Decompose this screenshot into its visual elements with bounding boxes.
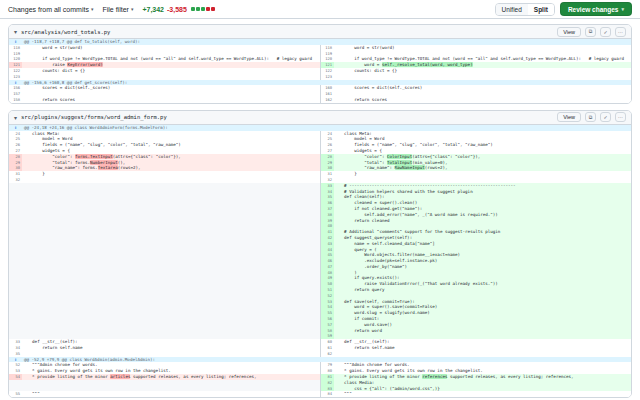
- changed-token: RawNameInput: [395, 165, 425, 170]
- unified-view-button[interactable]: Unified: [496, 4, 528, 15]
- pr-files-toolbar: Changes from all commits ▾ File filter ▾…: [0, 0, 640, 19]
- chevron-down-icon[interactable]: ▾: [14, 114, 17, 121]
- chevron-down-icon: ▾: [621, 6, 624, 12]
- code-line: return scores: [22, 97, 320, 103]
- chevron-down-icon: ▾: [91, 6, 94, 12]
- changed-token: ColorInput: [387, 154, 412, 159]
- chevron-down-icon: ▾: [131, 6, 134, 12]
- viewed-checkbox[interactable]: ✓: [600, 27, 611, 37]
- commits-dropdown-label: Changes from all commits: [8, 6, 89, 13]
- file-diff: ▾ src/plugins/suggest/forms/word_admin_f…: [8, 110, 632, 398]
- file-path[interactable]: src/analysis/word_totals.py: [21, 29, 110, 35]
- changed-token: forms.TextInput: [75, 154, 113, 159]
- changed-token: TotalInput: [387, 160, 412, 165]
- line-number[interactable]: 158: [9, 97, 22, 103]
- deletions-count: -3,585: [167, 6, 187, 13]
- files-changed-list: ▾ src/analysis/word_totals.py View ⧉ ✓ ⋯…: [0, 19, 640, 398]
- code-line: """: [334, 391, 631, 397]
- diff-cell: 162 return scores: [320, 97, 631, 103]
- changed-token: NumberInput: [90, 160, 118, 165]
- code-line: """: [22, 391, 320, 397]
- chevron-down-icon[interactable]: ▾: [14, 28, 17, 35]
- viewed-checkbox[interactable]: ✓: [600, 112, 611, 122]
- review-changes-button[interactable]: Review changes ▾: [560, 2, 632, 16]
- line-number[interactable]: 162: [321, 97, 334, 103]
- diffstat-block: [206, 7, 210, 11]
- view-file-button[interactable]: View: [557, 27, 581, 37]
- line-number[interactable]: 84: [321, 391, 334, 397]
- code-line: return scores: [334, 97, 631, 103]
- file-header: ▾ src/analysis/word_totals.py View ⧉ ✓ ⋯: [9, 25, 631, 39]
- review-changes-label: Review changes: [568, 6, 619, 13]
- file-path[interactable]: src/plugins/suggest/forms/word_admin_for…: [21, 114, 167, 120]
- kebab-menu-icon[interactable]: ⋯: [615, 112, 626, 122]
- diffstat-block: [201, 7, 205, 11]
- diffstat: +7,342 -3,585: [142, 6, 214, 13]
- diff-cell: 84 """: [320, 391, 631, 397]
- split-view-button[interactable]: Split: [528, 4, 554, 15]
- kebab-menu-icon[interactable]: ⋯: [615, 27, 626, 37]
- diff-row: 55 """84 """: [9, 391, 631, 397]
- diffstat-block: [211, 7, 215, 11]
- additions-count: +7,342: [142, 6, 164, 13]
- diffstat-block: [196, 7, 200, 11]
- diffstat-blocks: [190, 7, 215, 11]
- file-filter-dropdown[interactable]: File filter ▾: [102, 6, 133, 13]
- toolbar-right: Unified Split Review changes ▾: [495, 2, 632, 16]
- diff-cell: 55 """: [9, 391, 320, 397]
- toolbar-left: Changes from all commits ▾ File filter ▾…: [8, 6, 215, 13]
- file-filter-label: File filter: [102, 6, 128, 13]
- diffstat-block: [191, 7, 195, 11]
- changed-token: references: [422, 374, 447, 379]
- copy-path-icon[interactable]: ⧉: [585, 27, 596, 37]
- changed-token: articles: [110, 374, 130, 379]
- diff-body: ↕@@ -118,7 +118,7 @@ def to_totals(self,…: [9, 39, 631, 103]
- changed-token: self._resolve_total(word, word_type): [382, 62, 473, 67]
- changed-token: Textarea: [98, 165, 118, 170]
- copy-path-icon[interactable]: ⧉: [585, 112, 596, 122]
- diff-cell: 158 return scores: [9, 97, 320, 103]
- line-number[interactable]: 55: [9, 391, 22, 397]
- diff-view-toggle: Unified Split: [495, 3, 555, 16]
- view-file-button[interactable]: View: [557, 112, 581, 122]
- changed-token: KeyError(word): [67, 62, 102, 67]
- commits-dropdown[interactable]: Changes from all commits ▾: [8, 6, 93, 13]
- file-diff: ▾ src/analysis/word_totals.py View ⧉ ✓ ⋯…: [8, 24, 632, 104]
- diff-row: 158 return scores162 return scores: [9, 97, 631, 103]
- diff-body: ↕@@ -24,18 +24,16 @@ class WordAdminForm…: [9, 125, 631, 397]
- file-header: ▾ src/plugins/suggest/forms/word_admin_f…: [9, 111, 631, 125]
